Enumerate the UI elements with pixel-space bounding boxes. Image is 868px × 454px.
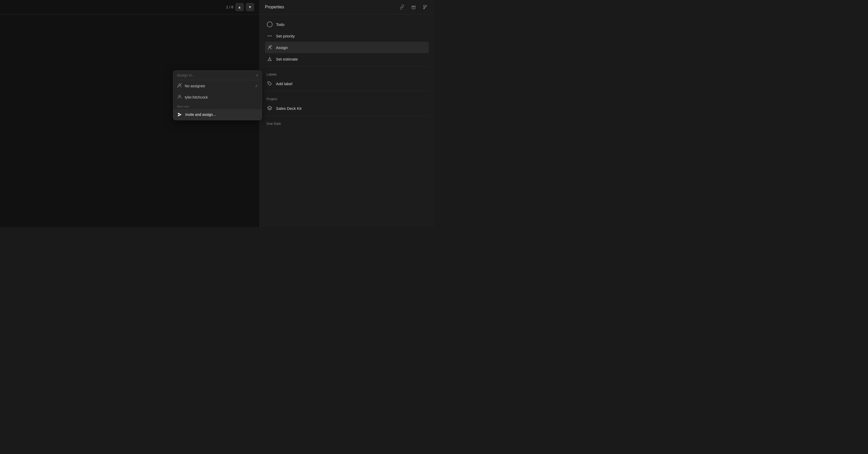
priority-icon <box>267 33 273 39</box>
user-avatar-icon <box>177 94 182 100</box>
svg-point-10 <box>269 83 269 83</box>
add-label-text: Add label <box>276 82 292 86</box>
set-estimate-label: Set estimate <box>276 57 298 61</box>
top-bar: 1 / 8 ▲ ▼ <box>0 0 259 14</box>
svg-rect-3 <box>412 6 415 6</box>
assign-icon <box>267 44 273 51</box>
labels-section-header: Labels <box>265 68 429 78</box>
estimate-icon <box>267 56 273 62</box>
svg-point-7 <box>269 46 271 48</box>
todo-icon <box>267 21 273 28</box>
add-label-row[interactable]: Add label <box>265 78 429 89</box>
svg-line-1 <box>178 83 182 88</box>
assign-label: Assign <box>276 46 288 50</box>
panel-title: Properties <box>265 5 394 9</box>
invite-assign-label: Invite and assign... <box>185 113 216 117</box>
project-section-header: Project <box>265 93 429 102</box>
invite-and-assign-item[interactable]: Invite and assign... <box>173 109 262 120</box>
project-icon <box>267 105 273 112</box>
set-priority-label: Set priority <box>276 34 295 38</box>
user-tyler-label: tyler.hitchcock <box>185 95 208 99</box>
no-assignee-label: No assignee <box>185 84 205 88</box>
divider-1 <box>265 66 429 67</box>
project-name: Sales Deck Kit <box>276 106 302 111</box>
project-row[interactable]: Sales Deck Kit <box>265 102 429 114</box>
panel-header: Properties <box>260 0 434 14</box>
main-content-area: 1 / 8 ▲ ▼ A No assignee ✓ <box>0 0 259 227</box>
svg-point-9 <box>270 60 270 60</box>
todo-row[interactable]: Todo <box>265 19 429 30</box>
assign-row[interactable]: Assign <box>265 42 429 53</box>
divider-2 <box>265 91 429 91</box>
no-assignee-item[interactable]: No assignee ✓ <box>173 80 262 91</box>
new-user-section-label: New user <box>173 103 262 109</box>
set-estimate-row[interactable]: Set estimate <box>265 53 429 65</box>
send-icon <box>177 112 183 117</box>
pagination-label: 1 / 8 <box>226 5 233 9</box>
search-shortcut-label: A <box>256 73 258 77</box>
dropdown-search-area: A <box>173 70 262 80</box>
nav-up-button[interactable]: ▲ <box>235 3 244 11</box>
check-icon: ✓ <box>255 84 258 88</box>
todo-label: Todo <box>276 22 285 27</box>
svg-point-2 <box>179 95 181 97</box>
user-tyler-item[interactable]: tyler.hitchcock <box>173 91 262 103</box>
assign-search-input[interactable] <box>177 73 254 77</box>
assign-dropdown: A No assignee ✓ tyler.hitchcock <box>173 70 262 120</box>
archive-icon-button[interactable] <box>410 3 417 11</box>
branch-icon-button[interactable] <box>422 3 429 11</box>
link-icon-button[interactable] <box>398 3 406 11</box>
due-date-section-header: Due Date <box>265 117 429 127</box>
nav-down-button[interactable]: ▼ <box>246 3 254 11</box>
divider-3 <box>265 116 429 116</box>
set-priority-row[interactable]: Set priority <box>265 30 429 42</box>
label-icon <box>267 81 273 87</box>
properties-panel: Properties <box>259 0 434 227</box>
no-assignee-icon <box>177 83 182 89</box>
panel-content: Todo Set priority <box>260 14 434 131</box>
